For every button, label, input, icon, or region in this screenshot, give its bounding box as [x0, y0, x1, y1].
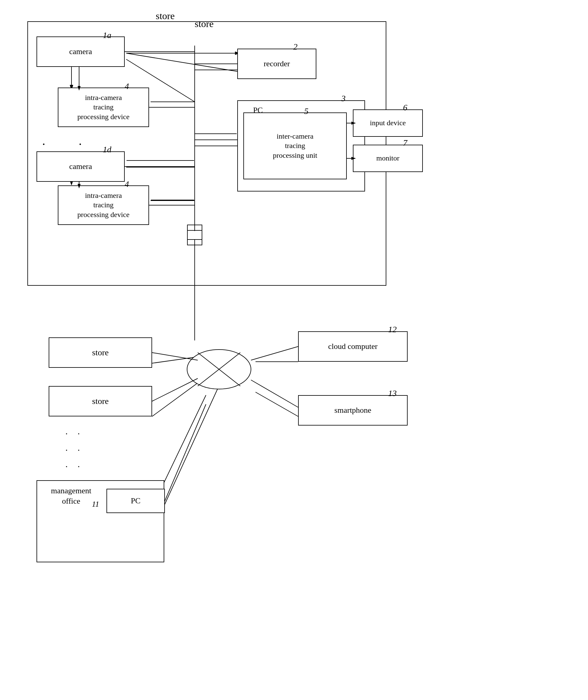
svg-line-29: [152, 377, 206, 416]
inter-camera-label: inter-camera tracing processing unit: [273, 132, 317, 160]
store2-box: store: [49, 386, 152, 416]
input-device-box: input device: [353, 109, 423, 137]
management-office-box: management office PC 11: [36, 480, 164, 562]
cloud-computer-ref: 12: [388, 325, 397, 334]
pc-ref: 3: [341, 94, 346, 103]
store1-label: store: [92, 347, 109, 358]
cloud-computer-label: cloud computer: [328, 341, 378, 352]
intra-camera-1-ref: 4: [125, 81, 129, 91]
camera-1a-box: camera: [36, 36, 125, 67]
diagram: store store camera 1a intra-camera traci…: [18, 12, 570, 687]
management-office-label: management office: [42, 486, 100, 506]
store-title: store: [195, 18, 213, 29]
monitor-box: monitor: [353, 145, 423, 172]
store2-label: store: [92, 396, 109, 407]
dots-stores2: ···: [78, 426, 80, 475]
monitor-ref: 7: [403, 138, 407, 148]
intra-camera-1-label: intra-camera tracing processing device: [77, 93, 129, 122]
camera-1a-ref: 1a: [103, 30, 111, 40]
intra-camera-2-box: intra-camera tracing processing device: [58, 185, 149, 225]
smartphone-ref: 13: [388, 388, 397, 398]
store1-box: store: [49, 337, 152, 368]
store-label: store: [156, 10, 175, 22]
input-device-label: input device: [370, 118, 406, 128]
inter-camera-box: inter-camera tracing processing unit: [243, 112, 347, 179]
pc-11-box: PC: [106, 489, 165, 513]
recorder-ref: 2: [293, 42, 298, 52]
monitor-label: monitor: [376, 153, 400, 163]
intra-camera-2-ref: 4: [125, 179, 129, 189]
recorder-box: recorder: [237, 49, 317, 79]
cloud-computer-box: cloud computer: [298, 331, 408, 362]
dots-stores: ···: [65, 426, 68, 475]
smartphone-label: smartphone: [334, 405, 371, 416]
svg-line-32: [255, 392, 298, 416]
camera-1d-label: camera: [69, 161, 92, 172]
camera-1d-ref: 1d: [103, 145, 111, 154]
smartphone-box: smartphone: [298, 395, 408, 426]
inter-camera-ref: 5: [304, 106, 309, 116]
input-device-ref: 6: [403, 103, 407, 112]
pc-11-label: PC: [131, 496, 140, 506]
intra-camera-1-box: intra-camera tracing processing device: [58, 88, 149, 127]
recorder-label: recorder: [264, 59, 290, 69]
camera-1d-box: camera: [36, 151, 125, 182]
svg-line-28: [152, 356, 206, 363]
intra-camera-2-label: intra-camera tracing processing device: [77, 191, 129, 219]
pc-11-ref: 11: [92, 499, 99, 509]
camera-1a-label: camera: [69, 47, 92, 57]
